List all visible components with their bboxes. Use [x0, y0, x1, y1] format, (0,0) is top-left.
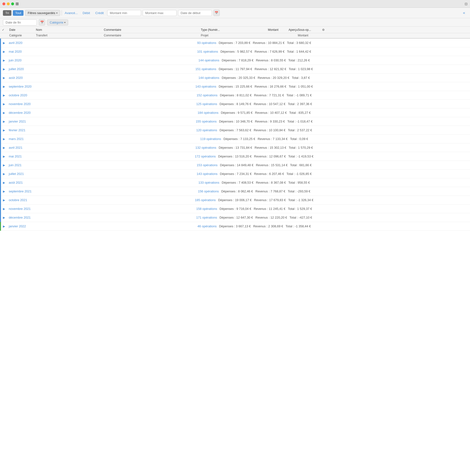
month-row[interactable]: ▶décembre 2020184 opérationsDépenses : 9… — [1, 108, 470, 117]
month-row[interactable]: ▶janvier 2021155 opérationsDépenses : 10… — [1, 117, 470, 126]
window-maximize-button[interactable] — [11, 2, 14, 5]
month-name: janvier 2022 — [9, 224, 40, 228]
row-wrapper: ▶mai 2020101 opérationsDépenses : 5 982,… — [0, 47, 470, 56]
month-row[interactable]: ▶juin 2021153 opérationsDépenses : 14 84… — [1, 161, 470, 170]
categorie-label: Catégorie — [50, 21, 63, 24]
montant-min-input[interactable] — [107, 10, 141, 16]
date-fin-input[interactable] — [3, 19, 37, 25]
col-apercu-header[interactable]: Aperçu — [278, 28, 298, 32]
window-close-button[interactable] — [2, 2, 5, 5]
month-row[interactable]: ▶décembre 2021171 opérationsDépenses : 1… — [1, 213, 470, 222]
month-stats: 153 opérationsDépenses : 14 849,48 €Reve… — [40, 163, 468, 167]
row-wrapper: ▶octobre 2021185 opérationsDépenses : 19… — [0, 196, 470, 204]
row-wrapper: ▶novembre 2021158 opérationsDépenses : 9… — [0, 204, 470, 213]
month-row[interactable]: ▶novembre 2020125 opérationsDépenses : 8… — [1, 100, 470, 108]
ops-count: 153 opérations — [197, 163, 218, 167]
calendar-fin-icon[interactable]: 📅 — [39, 19, 45, 25]
month-stats: 144 opérationsDépenses : 7 818,29 €Reven… — [40, 58, 468, 62]
revenus-text: Revenus : 2 308,69 € — [253, 224, 283, 228]
depenses-text: Dépenses : 20 325,33 € — [222, 76, 255, 80]
col-date-header[interactable]: Date — [9, 28, 36, 32]
date-debut-input[interactable] — [178, 10, 212, 16]
avance-button[interactable]: Avancé... — [63, 10, 79, 16]
month-row[interactable]: ▶mai 2020101 opérationsDépenses : 5 982,… — [1, 47, 470, 56]
month-row[interactable]: ▶octobre 2021185 opérationsDépenses : 19… — [1, 196, 470, 204]
month-row[interactable]: ▶avril 202093 opérationsDépenses : 7 203… — [1, 39, 470, 47]
total-text: Total : 1 051,00 € — [289, 85, 313, 88]
ops-count: 119 opérations — [200, 137, 221, 141]
layout-icon: ⊡ — [465, 2, 468, 6]
month-row[interactable]: ▶mai 2021172 opérationsDépenses : 13 516… — [1, 152, 470, 161]
expand-arrow: ▶ — [3, 85, 9, 88]
row-wrapper: ▶décembre 2020184 opérationsDépenses : 9… — [0, 108, 470, 117]
tri-button[interactable]: Tri — [3, 10, 11, 16]
month-row[interactable]: ▶août 2020144 opérationsDépenses : 20 32… — [1, 73, 470, 82]
montant-max-input[interactable] — [143, 10, 177, 16]
month-name: novembre 2021 — [9, 207, 40, 211]
column-headers: ✓ Date Nom Commentaire Type (Numér... Mo… — [0, 27, 470, 33]
expand-arrow: ▶ — [3, 172, 9, 176]
calendar-icon[interactable]: 📅 — [213, 10, 220, 16]
month-name: octobre 2020 — [9, 93, 40, 97]
month-row[interactable]: ▶janvier 202246 opérationsDépenses : 3 6… — [1, 222, 470, 231]
month-stats: 120 opérationsDépenses : 7 563,62 €Reven… — [40, 128, 468, 132]
categorie-button[interactable]: Catégorie ▾ — [47, 19, 68, 25]
row-wrapper: ▶mai 2021172 opérationsDépenses : 13 516… — [0, 152, 470, 161]
col-commentaire-header[interactable]: Commentaire — [104, 28, 201, 32]
depenses-text: Dépenses : 7 408,53 € — [222, 181, 253, 184]
month-row[interactable]: ▶septembre 2021156 opérationsDépenses : … — [1, 187, 470, 196]
month-name: décembre 2020 — [9, 111, 40, 115]
expand-arrow: ▶ — [3, 68, 9, 71]
sub-col-categorie: Catégorie — [9, 34, 36, 37]
row-wrapper: ▶juillet 2020151 opérationsDépenses : 11… — [0, 65, 470, 73]
month-row[interactable]: ▶octobre 2020152 opérationsDépenses : 8 … — [1, 91, 470, 100]
debit-button[interactable]: Débit — [81, 10, 92, 16]
tout-button[interactable]: Tout — [13, 10, 24, 16]
row-wrapper: ▶août 2020144 opérationsDépenses : 20 32… — [0, 73, 470, 82]
month-row[interactable]: ▶novembre 2021158 opérationsDépenses : 9… — [1, 204, 470, 213]
revenus-text: Revenus : 10 547,12 € — [254, 102, 285, 106]
ops-count: 93 opérations — [197, 41, 216, 45]
ops-count: 143 opérations — [196, 85, 216, 88]
credit-button[interactable]: Crédit — [93, 10, 106, 16]
month-stats: 125 opérationsDépenses : 8 149,76 €Reven… — [40, 102, 468, 106]
month-row[interactable]: ▶août 2021133 opérationsDépenses : 7 408… — [1, 178, 470, 187]
row-wrapper: ▶septembre 2020143 opérationsDépenses : … — [0, 82, 470, 91]
total-text: Total : -1 358,44 € — [286, 224, 311, 228]
month-row[interactable]: ▶mars 2021119 opérationsDépenses : 7 133… — [1, 135, 470, 143]
revenus-text: Revenus : 10 884,21 € — [253, 41, 285, 45]
ops-count: 156 opérations — [198, 189, 219, 193]
window-minimize-button[interactable] — [7, 2, 10, 5]
col-sous-op-header[interactable]: Sous-op... — [298, 28, 322, 32]
col-type-header[interactable]: Type (Numér... — [201, 28, 249, 32]
revenus-text: Revenus : 20 329,20 € — [258, 76, 289, 80]
revenus-text: Revenus : 12 821,92 € — [255, 67, 286, 71]
filtres-button[interactable]: Filtres sauvegardés ▾ — [25, 10, 60, 16]
month-row[interactable]: ▶février 2021120 opérationsDépenses : 7 … — [1, 126, 470, 135]
month-stats: 93 opérationsDépenses : 7 203,89 €Revenu… — [40, 41, 468, 45]
collapse-button[interactable]: « — [461, 11, 467, 15]
col-nom-header[interactable]: Nom — [36, 28, 104, 32]
month-stats: 184 opérationsDépenses : 9 571,85 €Reven… — [40, 111, 468, 115]
revenus-text: Revenus : 8 367,08 € — [256, 181, 286, 184]
row-wrapper: ▶avril 2021132 opérationsDépenses : 13 7… — [0, 143, 470, 152]
col-settings-icon[interactable]: ⚙ — [322, 28, 332, 32]
ops-count: 101 opérations — [197, 50, 218, 53]
ops-count: 143 opérations — [197, 172, 218, 176]
months-list: ▶avril 202093 opérationsDépenses : 7 203… — [0, 39, 470, 231]
month-stats: 133 opérationsDépenses : 7 408,53 €Reven… — [40, 181, 468, 184]
ops-count: 133 opérations — [198, 181, 219, 184]
month-row[interactable]: ▶avril 2021132 opérationsDépenses : 13 7… — [1, 143, 470, 152]
month-row[interactable]: ▶juillet 2021143 opérationsDépenses : 7 … — [1, 170, 470, 178]
revenus-text: Revenus : 11 245,41 € — [254, 207, 285, 211]
month-row[interactable]: ▶septembre 2020143 opérationsDépenses : … — [1, 82, 470, 91]
month-row[interactable]: ▶juin 2020144 opérationsDépenses : 7 818… — [1, 56, 470, 65]
row-wrapper: ▶juin 2020144 opérationsDépenses : 7 818… — [0, 56, 470, 65]
ops-count: 185 opérations — [195, 198, 216, 202]
col-montant-header[interactable]: Montant — [249, 28, 278, 32]
total-text: Total : 958,55 € — [288, 181, 310, 184]
month-name: mai 2021 — [9, 154, 40, 158]
total-text: Total : 1 570,29 € — [289, 146, 313, 150]
month-row[interactable]: ▶juillet 2020151 opérationsDépenses : 11… — [1, 65, 470, 73]
expand-arrow: ▶ — [3, 198, 9, 202]
